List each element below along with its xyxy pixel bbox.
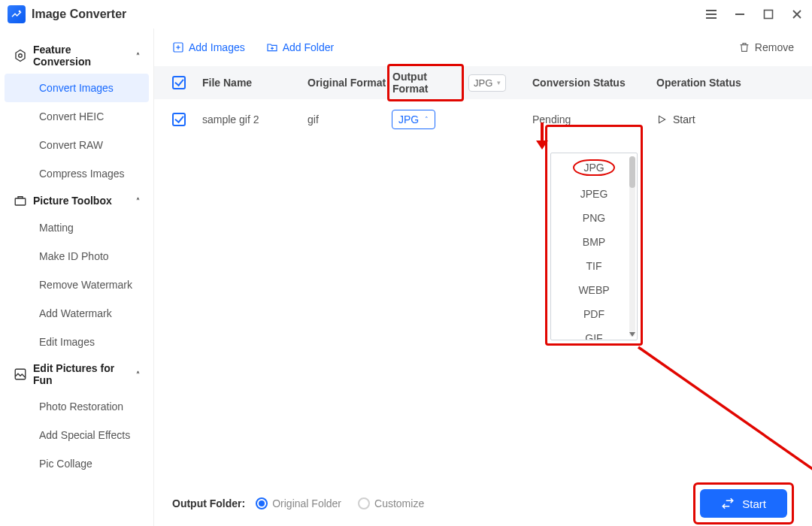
dropdown-option-gif[interactable]: GIF [551,326,637,340]
remove-button[interactable]: Remove [738,41,794,53]
cell-conversion-status: Pending [532,113,656,125]
add-images-button[interactable]: Add Images [172,41,245,53]
svg-marker-14 [659,116,665,122]
add-folder-button[interactable]: Add Folder [266,41,334,53]
main-panel: Add Images Add Folder Remove File Name O… [154,29,812,526]
annotation-arrow-icon [534,121,550,150]
col-output-format: Output Format [387,64,464,101]
output-folder-label: Output Folder: [172,497,245,509]
sidebar-item-compress-images[interactable]: Compress Images [5,159,149,188]
sidebar-item-make-id-photo[interactable]: Make ID Photo [5,242,149,271]
svg-point-6 [19,54,23,58]
sidebar-item-remove-watermark[interactable]: Remove Watermark [5,271,149,299]
radio-original-folder[interactable] [256,497,268,509]
sidebar-item-convert-images[interactable]: Convert Images [5,74,149,102]
svg-rect-7 [15,198,26,205]
sidebar-group-label: Feature Conversion [33,44,130,68]
chevron-up-icon: ˄ [136,370,140,379]
col-original-format: Original Format [308,77,392,89]
app-logo-icon [8,5,26,23]
table-row: sample gif 2 gif JPG ˄ Pending Start [154,99,812,140]
sidebar-item-add-watermark[interactable]: Add Watermark [5,299,149,328]
col-file-name: File Name [202,77,308,89]
sidebar-item-edit-images[interactable]: Edit Images [5,328,149,356]
row-checkbox[interactable] [172,113,186,126]
annotation-box-dropdown: JPG JPEG PNG BMP TIF WEBP PDF GIF [545,125,643,346]
svg-marker-16 [536,141,548,150]
sidebar-item-matting[interactable]: Matting [5,213,149,242]
table-header: File Name Original Format Output Format … [154,66,812,99]
dropdown-option-pdf[interactable]: PDF [551,302,637,326]
sidebar-item-photo-restoration[interactable]: Photo Restoration [5,392,149,421]
dropdown-option-webp[interactable]: WEBP [551,278,637,302]
header-output-format-select[interactable]: JPG ▾ [468,74,506,92]
title-bar: Image Converter [0,0,812,29]
dropdown-option-bmp[interactable]: BMP [551,230,637,254]
select-all-checkbox[interactable] [172,76,186,89]
maximize-icon[interactable] [761,7,776,22]
dropdown-option-jpeg[interactable]: JPEG [551,182,637,206]
col-operation-status: Operation Status [656,77,794,89]
radio-customize-label: Customize [374,497,424,509]
close-icon[interactable] [789,7,804,22]
dropdown-option-png[interactable]: PNG [551,206,637,230]
cell-file-name: sample gif 2 [202,113,308,125]
radio-original-folder-label: Original Folder [272,497,341,509]
sidebar: Feature Conversion ˄ Convert Images Conv… [0,29,154,526]
sidebar-group-feature-conversion[interactable]: Feature Conversion ˄ [0,38,153,74]
start-button[interactable]: Start [700,489,787,518]
chevron-up-icon: ˄ [136,52,140,60]
sidebar-group-edit-pictures-fun[interactable]: Edit Pictures for Fun ˄ [0,356,153,392]
menu-icon[interactable] [704,7,719,22]
sidebar-item-convert-raw[interactable]: Convert RAW [5,131,149,159]
sidebar-group-picture-toolbox[interactable]: Picture Toolbox ˄ [0,188,153,213]
svg-marker-5 [16,50,25,62]
footer-bar: Output Folder: Original Folder Customize… [154,481,812,526]
minimize-icon[interactable] [732,7,747,22]
sidebar-item-convert-heic[interactable]: Convert HEIC [5,102,149,131]
row-output-format-select[interactable]: JPG ˄ [392,110,435,129]
annotation-arrow-icon [635,344,812,502]
app-title: Image Converter [32,8,126,21]
sidebar-item-add-special-effects[interactable]: Add Special Effects [5,421,149,449]
svg-rect-8 [15,369,26,379]
dropdown-option-tif[interactable]: TIF [551,254,637,278]
svg-point-0 [19,11,21,13]
chevron-up-icon: ˄ [136,197,140,205]
svg-line-18 [638,347,812,487]
svg-rect-2 [765,11,773,19]
chevron-down-icon: ▾ [497,79,501,86]
cell-original-format: gif [308,113,392,125]
radio-customize[interactable] [358,497,370,509]
output-format-dropdown[interactable]: JPG JPEG PNG BMP TIF WEBP PDF GIF [550,153,638,340]
row-start-button[interactable]: Start [656,113,794,125]
dropdown-option-jpg[interactable]: JPG [551,153,637,182]
sidebar-item-pic-collage[interactable]: Pic Collage [5,449,149,478]
chevron-up-icon: ˄ [425,116,429,123]
sidebar-group-label: Edit Pictures for Fun [33,362,130,386]
sidebar-group-label: Picture Toolbox [33,195,112,207]
dropdown-scrollbar[interactable] [629,156,635,337]
annotation-box-start: Start [693,482,794,524]
col-conversion-status: Conversion Status [532,77,656,89]
